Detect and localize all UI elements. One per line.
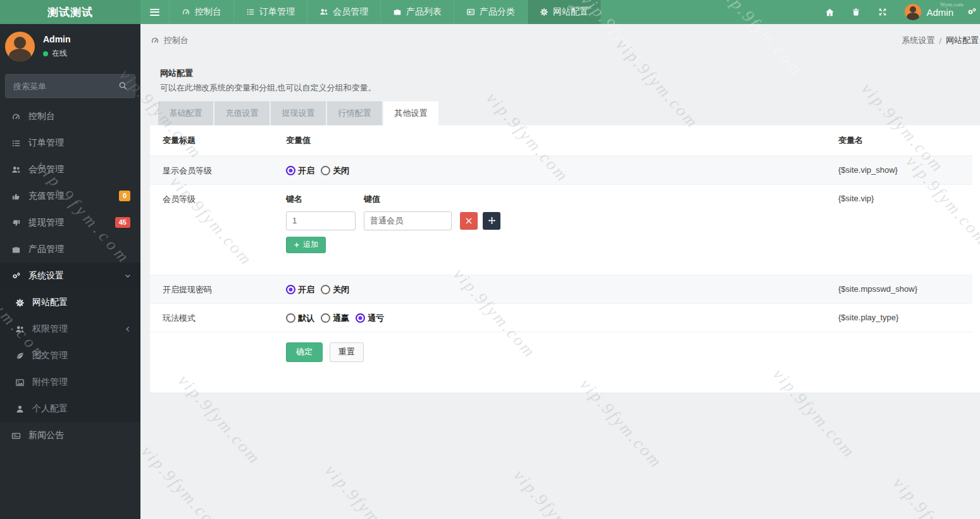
sidebar-item-label: 权限管理 — [32, 323, 68, 335]
page-title: 控制台 — [164, 35, 189, 46]
tab-withdraw-settings[interactable]: 提现设置 — [271, 101, 326, 125]
sidebar-item-label: 网站配置 — [32, 297, 68, 308]
sidebar-item-label: 会员管理 — [28, 164, 64, 175]
variable-name: {$site.vip} — [838, 184, 972, 275]
sidebar-item-attachments[interactable]: 附件管理 — [0, 369, 140, 396]
tab-other-settings[interactable]: 其他设置 — [383, 101, 438, 125]
append-button[interactable]: 追加 — [286, 237, 326, 253]
radio-on[interactable] — [286, 285, 295, 294]
dashboard-icon — [10, 112, 22, 122]
sidebar-item-label: 订单管理 — [28, 137, 64, 149]
newspaper-icon — [10, 431, 22, 441]
users-icon — [319, 8, 328, 16]
key-value-input[interactable] — [364, 211, 452, 230]
kv-row — [286, 211, 838, 230]
breadcrumb-parent[interactable]: 系统设置 — [902, 35, 934, 46]
users-icon — [14, 325, 25, 334]
sidebar-item-permissions[interactable]: 权限管理 — [0, 316, 140, 342]
panel-body: 变量标题 变量值 变量名 显示会员等级 开启 关闭 — [150, 125, 980, 392]
topnav-item-site-config[interactable]: 网站配置 — [528, 0, 601, 24]
radio-on[interactable] — [286, 166, 295, 175]
plus-icon — [294, 242, 300, 248]
username-menu[interactable]: Admin — [926, 7, 953, 18]
sidebar-item-recharge[interactable]: 充值管理 0 — [0, 183, 140, 209]
topnav-item-products[interactable]: 产品列表 — [381, 0, 454, 24]
sidebar-item-product-manage[interactable]: 产品管理 — [0, 236, 140, 263]
sidebar: Admin 在线 控制台 订单管理 会员管理 充值管理 0 — [0, 24, 140, 519]
radio-label-off[interactable]: 关闭 — [333, 284, 349, 296]
tab-market-config[interactable]: 行情配置 — [327, 101, 382, 125]
topnav-item-members[interactable]: 会员管理 — [307, 0, 381, 24]
radio-label-all-win[interactable]: 通赢 — [333, 313, 349, 324]
sidebar-item-label: 图文管理 — [32, 350, 68, 361]
drag-row-button[interactable] — [483, 212, 500, 230]
config-table: 变量标题 变量值 变量名 显示会员等级 开启 关闭 — [150, 125, 972, 370]
variable-name: {$site.mpsswd_show} — [838, 275, 972, 303]
sidebar-item-site-config[interactable]: 网站配置 — [0, 289, 140, 316]
settings-button[interactable] — [964, 0, 980, 24]
row-title: 显示会员等级 — [150, 156, 286, 184]
sidebar-item-withdraw[interactable]: 提现管理 45 — [0, 209, 140, 236]
radio-off[interactable] — [321, 285, 330, 294]
user-avatar[interactable] — [905, 4, 921, 20]
main-content: 控制台 系统设置 / 网站配置 网站配置 可以在此增改系统的变量和分组,也可以自… — [140, 24, 980, 519]
breadcrumb: 系统设置 / 网站配置 — [902, 35, 979, 46]
profile-name: Admin — [43, 34, 71, 44]
topnav-item-orders[interactable]: 订单管理 — [234, 0, 307, 24]
app-brand[interactable]: 测试测试 — [0, 0, 140, 24]
sidebar-menu: 控制台 订单管理 会员管理 充值管理 0 提现管理 45 产品管理 系统设置 — [0, 103, 140, 449]
search-input[interactable] — [5, 74, 135, 98]
sidebar-toggle-button[interactable] — [140, 0, 170, 24]
variable-name: {$site.vip_show} — [838, 156, 972, 184]
row-title: 开启提现密码 — [150, 275, 286, 303]
table-row-vip-show: 显示会员等级 开启 关闭 {$site.vip_show} — [150, 156, 972, 184]
sidebar-item-news[interactable]: 新闻公告 — [0, 422, 140, 449]
avatar[interactable] — [5, 32, 35, 61]
thumbs-up-icon — [10, 192, 22, 201]
confirm-button[interactable]: 确定 — [286, 342, 323, 362]
trash-button[interactable] — [843, 0, 869, 24]
search-icon[interactable] — [118, 81, 128, 91]
sidebar-item-articles[interactable]: 图文管理 — [0, 342, 140, 369]
panel-description: 可以在此增改系统的变量和分组,也可以自定义分组和变量。 — [160, 82, 979, 94]
sidebar-item-members[interactable]: 会员管理 — [0, 156, 140, 183]
fullscreen-button[interactable] — [869, 0, 896, 24]
sidebar-item-label: 产品管理 — [28, 244, 64, 255]
sidebar-item-orders[interactable]: 订单管理 — [0, 130, 140, 156]
topnav-item-categories[interactable]: 产品分类 — [454, 0, 528, 24]
key-name-header: 键名 — [286, 194, 364, 205]
radio-all-win[interactable] — [321, 313, 330, 323]
sidebar-item-label: 新闻公告 — [28, 430, 64, 441]
sidebar-item-system-settings[interactable]: 系统设置 — [0, 263, 140, 289]
sidebar-item-personal-config[interactable]: 个人配置 — [0, 396, 140, 422]
image-icon — [14, 378, 25, 387]
sidebar-item-label: 充值管理 — [28, 191, 64, 202]
profile-status: 在线 — [43, 48, 71, 59]
radio-label-all-lose[interactable]: 通亏 — [368, 313, 384, 324]
home-button[interactable] — [816, 0, 843, 24]
sidebar-item-label: 控制台 — [28, 111, 55, 122]
radio-label-default[interactable]: 默认 — [298, 313, 314, 324]
breadcrumb-row: 控制台 系统设置 / 网站配置 — [140, 24, 980, 57]
row-title: 会员等级 — [150, 184, 286, 275]
radio-label-on[interactable]: 开启 — [298, 165, 314, 177]
col-header-value: 变量值 — [286, 125, 838, 156]
append-button-label: 追加 — [303, 239, 318, 250]
delete-row-button[interactable] — [460, 212, 478, 230]
hamburger-icon — [150, 9, 159, 16]
sidebar-item-dashboard[interactable]: 控制台 — [0, 103, 140, 130]
radio-off[interactable] — [321, 166, 330, 175]
radio-label-off[interactable]: 关闭 — [333, 165, 349, 177]
times-icon — [465, 217, 473, 225]
cogs-icon — [10, 272, 22, 281]
tab-recharge-settings[interactable]: 充值设置 — [214, 101, 270, 125]
topnav-item-dashboard[interactable]: 控制台 — [170, 0, 234, 24]
system-settings-submenu: 网站配置 权限管理 图文管理 附件管理 个人配置 — [0, 289, 140, 422]
reset-button[interactable]: 重置 — [330, 342, 364, 362]
users-icon — [10, 165, 22, 175]
radio-label-on[interactable]: 开启 — [298, 284, 314, 296]
tab-basic-config[interactable]: 基础配置 — [158, 101, 213, 125]
radio-default[interactable] — [286, 313, 295, 323]
radio-all-lose[interactable] — [356, 313, 365, 323]
key-name-input[interactable] — [286, 211, 356, 230]
